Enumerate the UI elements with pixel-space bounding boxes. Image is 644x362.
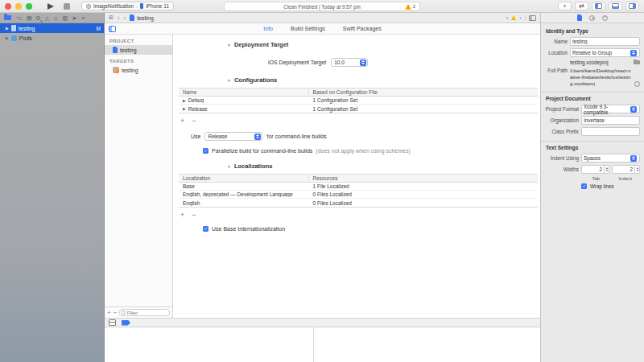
tab-width-stepper[interactable]: 2 (581, 165, 609, 174)
variables-pane[interactable] (105, 327, 314, 362)
remove-target-button[interactable]: − (114, 310, 118, 316)
project-navigator-icon[interactable] (4, 15, 11, 20)
history-inspector-icon[interactable] (589, 15, 595, 21)
name-input[interactable] (572, 39, 638, 44)
table-row[interactable]: Base 1 File Localized (179, 183, 538, 191)
warning-icon: ! (405, 4, 411, 10)
editor-options-icon[interactable] (529, 15, 536, 21)
configurations-section-header[interactable]: ▼ Configurations (173, 72, 540, 85)
target-item[interactable]: testing (105, 65, 172, 75)
library-button[interactable]: + (558, 2, 572, 10)
deployment-target-section-header[interactable]: ▼ Deployment Target (173, 36, 540, 50)
source-control-navigator-icon[interactable]: ⌥ (16, 15, 23, 21)
file-tab-label: testing (137, 15, 154, 21)
wrap-lines-checkbox[interactable]: ✓ (581, 183, 587, 189)
chevron-separator-icon: › (136, 4, 138, 9)
filter-field[interactable] (119, 309, 170, 316)
indent-width-stepper[interactable]: 2 (612, 165, 640, 174)
warning-badge[interactable]: ! 2 (405, 4, 415, 10)
related-items-icon[interactable]: ⊞ (109, 14, 114, 21)
disclosure-icon[interactable]: ▶ (6, 26, 9, 31)
issue-navigator-icon[interactable]: △ (45, 15, 49, 21)
forward-icon[interactable]: › (124, 14, 126, 22)
breakpoints-toggle-icon[interactable] (122, 320, 130, 326)
organization-field[interactable] (581, 116, 640, 125)
open-file-tab[interactable]: testing (130, 14, 154, 21)
table-row[interactable]: ▶Release 1 Configuration Set (179, 105, 538, 113)
file-inspector-icon[interactable] (577, 14, 582, 21)
organization-input[interactable] (584, 117, 638, 123)
name-field[interactable] (570, 37, 640, 46)
run-button[interactable] (47, 3, 54, 10)
localizations-section-header[interactable]: ▼ Localizations (173, 158, 540, 171)
disclosure-open-icon[interactable]: ▼ (227, 43, 231, 47)
base-internationalization-checkbox[interactable]: ✓ (203, 226, 208, 232)
disclosure-icon[interactable]: ▶ (183, 106, 186, 111)
nav-item-pods[interactable]: ▶ Pods (0, 33, 104, 43)
project-format-dropdown[interactable]: Xcode 9.3-compatible (581, 105, 640, 113)
disclosure-open-icon[interactable]: ▼ (227, 164, 231, 169)
toggle-navigator-button[interactable] (592, 2, 605, 10)
class-prefix-input[interactable] (584, 129, 638, 134)
symbol-navigator-icon[interactable]: ▤ (27, 15, 32, 21)
tab-info[interactable]: Info (263, 26, 273, 31)
test-navigator-icon[interactable]: ◇ (54, 15, 58, 21)
table-row[interactable]: ▶Debug 1 Configuration Set (179, 97, 538, 105)
back-icon[interactable]: ‹ (118, 14, 120, 22)
scheme-selector[interactable]: ImageNotification › iPhone 11 (81, 2, 174, 10)
stepper-buttons-icon[interactable] (605, 165, 609, 174)
add-configuration-button[interactable]: + (180, 117, 184, 125)
toggle-debug-area-button[interactable] (609, 2, 622, 10)
add-localization-button[interactable]: + (180, 211, 184, 219)
ios-deployment-target-dropdown[interactable]: 10.0 (331, 58, 368, 67)
remove-configuration-button[interactable]: − (192, 117, 196, 125)
organization-row: Organization (545, 116, 640, 125)
disclosure-open-icon[interactable]: ▼ (227, 78, 231, 83)
filter-input[interactable] (127, 311, 167, 315)
file-name-row: testing.xcodeproj (570, 60, 640, 65)
reveal-in-finder-icon[interactable]: → (634, 81, 640, 87)
previous-issue-icon[interactable]: ‹ (506, 14, 509, 22)
table-header-row: Localization Resources (179, 175, 538, 183)
organization-label: Organization (545, 117, 579, 123)
project-item[interactable]: testing (105, 45, 172, 55)
indent-using-dropdown[interactable]: Spaces (581, 154, 640, 162)
class-prefix-field[interactable] (581, 127, 640, 136)
nav-item-testing[interactable]: ▶ testing M (0, 23, 104, 33)
find-navigator-icon[interactable] (36, 16, 40, 20)
close-button[interactable] (5, 3, 11, 10)
choose-location-folder-icon[interactable] (634, 60, 640, 64)
table-row[interactable]: English 0 Files Localized (179, 199, 538, 207)
tab-swift-packages[interactable]: Swift Packages (343, 26, 382, 31)
next-issue-icon[interactable]: › (519, 14, 522, 22)
location-dropdown[interactable]: Relative to Group (570, 48, 640, 57)
project-editor-tabs: Info Build Settings Swift Packages (105, 26, 540, 31)
hide-debug-area-icon[interactable] (109, 319, 116, 326)
toggle-inspector-button[interactable] (625, 2, 639, 10)
tab-build-settings[interactable]: Build Settings (291, 26, 325, 31)
quick-help-inspector-icon[interactable]: ? (602, 15, 608, 21)
table-row[interactable]: English, deprecated — Development Langua… (179, 191, 538, 199)
minimize-button[interactable] (15, 3, 22, 10)
debug-navigator-icon[interactable]: ▧ (62, 15, 68, 21)
dropdown-caret-icon (630, 155, 637, 162)
project-settings-content: ▼ Deployment Target iOS Deployment Targe… (173, 35, 540, 318)
report-navigator-icon[interactable]: ≡ (81, 15, 85, 21)
command-line-config-dropdown[interactable]: Release (204, 132, 262, 141)
stepper-buttons-icon[interactable] (635, 165, 640, 174)
stop-button[interactable] (64, 3, 70, 10)
disclosure-icon[interactable]: ▶ (183, 98, 186, 103)
config-name: Release (188, 106, 208, 112)
zoom-button[interactable] (26, 3, 32, 10)
code-review-button[interactable]: ⇄ (575, 2, 588, 10)
breakpoint-navigator-icon[interactable]: ➤ (72, 15, 77, 21)
disclosure-icon[interactable]: ▶ (6, 35, 9, 40)
inspector-panel-icon (629, 3, 636, 9)
add-target-button[interactable]: + (107, 310, 111, 316)
tabbar-right-controls: ‹ › (506, 14, 536, 22)
parallelize-checkbox[interactable]: ✓ (203, 148, 208, 154)
console-pane[interactable] (314, 327, 540, 362)
issue-warning-icon[interactable] (511, 15, 516, 20)
name-row: Name (545, 37, 640, 46)
remove-localization-button[interactable]: − (192, 211, 196, 219)
